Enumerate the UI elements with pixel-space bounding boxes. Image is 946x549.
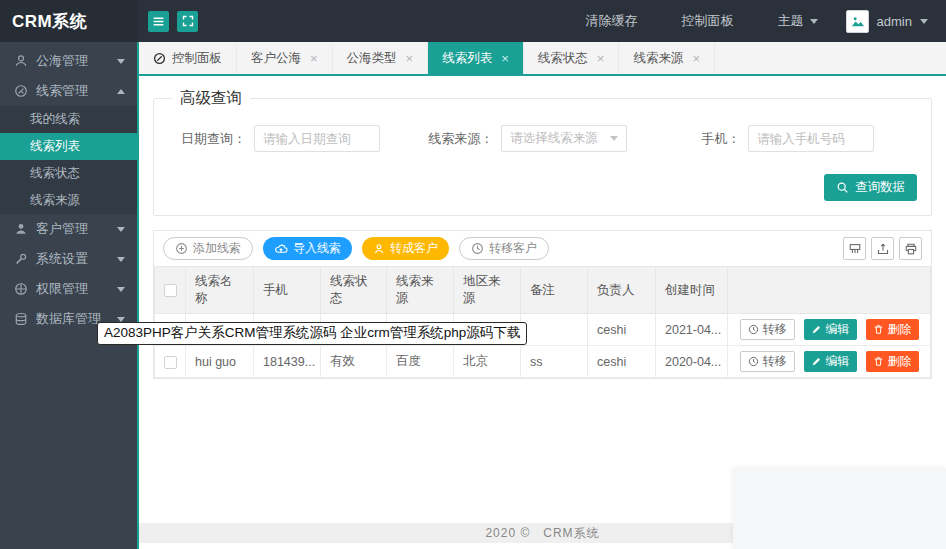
row-transfer-button[interactable]: 转移 [740, 351, 795, 372]
chevron-down-icon [117, 257, 125, 262]
tab-lead-list[interactable]: 线索列表 × [428, 42, 524, 74]
cell-created: 2021-04... [656, 314, 728, 346]
transfer-label: 转移 [763, 321, 787, 338]
date-query-input[interactable] [254, 125, 380, 152]
clock-icon [748, 324, 759, 335]
cell-name: hui guo [186, 346, 254, 378]
plus-circle-icon [175, 242, 188, 255]
user-menu[interactable]: admin [840, 0, 946, 42]
print-icon [904, 242, 918, 256]
transfer-customer-button[interactable]: 转移客户 [459, 237, 549, 260]
subitem-label: 线索来源 [30, 192, 80, 209]
clock-icon [748, 356, 759, 367]
cell-source: 百度 [387, 346, 454, 378]
theme-label: 主题 [778, 12, 804, 30]
close-icon[interactable]: × [597, 52, 605, 65]
delete-label: 删除 [888, 353, 912, 370]
sidebar-subitem-my-leads[interactable]: 我的线索 [0, 106, 137, 133]
tab-label: 线索列表 [442, 50, 492, 67]
theme-dropdown[interactable]: 主题 [756, 0, 840, 42]
user-icon [14, 54, 28, 68]
tab-label: 公海类型 [347, 50, 397, 67]
sidebar-item-label: 客户管理 [36, 220, 88, 238]
sidebar-subitem-lead-status[interactable]: 线索状态 [0, 160, 137, 187]
column-header-region: 地区来源 [454, 267, 521, 314]
close-icon[interactable]: × [406, 52, 414, 65]
chevron-up-icon [117, 89, 125, 94]
transfer-customer-label: 转移客户 [489, 240, 537, 257]
chevron-down-icon [117, 59, 125, 64]
clear-cache-label: 清除缓存 [586, 12, 638, 30]
sidebar-item-label: 权限管理 [36, 280, 88, 298]
select-placeholder: 请选择线索来源 [510, 130, 598, 147]
convert-customer-button[interactable]: 转成客户 [362, 237, 449, 260]
tab-control-panel[interactable]: 控制面板 [139, 42, 237, 74]
add-lead-button[interactable]: 添加线索 [163, 237, 253, 260]
link-tooltip: A2083PHP客户关系CRM管理系统源码 企业crm管理系统php源码下载 [97, 322, 527, 345]
control-panel-label: 控制面板 [682, 12, 734, 30]
close-icon[interactable]: × [692, 52, 700, 65]
sidebar-subitem-lead-list[interactable]: 线索列表 [0, 133, 137, 160]
pencil-icon [811, 324, 822, 335]
tab-label: 客户公海 [251, 50, 301, 67]
print-button[interactable] [899, 237, 922, 260]
row-transfer-button[interactable]: 转移 [740, 319, 795, 340]
row-checkbox[interactable] [164, 356, 177, 369]
filter-columns-button[interactable] [843, 237, 866, 260]
row-edit-button[interactable]: 编辑 [804, 351, 857, 372]
column-header-source: 线索来源 [387, 267, 454, 314]
convert-customer-label: 转成客户 [390, 240, 438, 257]
cell-phone: 181439... [254, 346, 321, 378]
sidebar-item-xiansuo[interactable]: 线索管理 [0, 76, 137, 106]
add-lead-label: 添加线索 [193, 240, 241, 257]
app-logo: CRM系统 [0, 0, 137, 42]
chevron-down-icon [810, 19, 818, 24]
tab-customer-gonghai[interactable]: 客户公海 × [237, 42, 333, 74]
tab-lead-status[interactable]: 线索状态 × [524, 42, 620, 74]
query-button-label: 查询数据 [855, 179, 905, 196]
query-data-button[interactable]: 查询数据 [824, 174, 917, 201]
row-edit-button[interactable]: 编辑 [804, 319, 857, 340]
table-toolbar: 添加线索 导入线索 转成客户 转移客户 [154, 231, 931, 266]
hamburger-icon [152, 15, 165, 28]
row-delete-button[interactable]: 删除 [866, 351, 919, 372]
close-icon[interactable]: × [501, 52, 509, 65]
sidebar-item-quanxian[interactable]: 权限管理 [0, 274, 137, 304]
fullscreen-icon [182, 15, 194, 27]
export-button[interactable] [871, 237, 894, 260]
clear-cache-link[interactable]: 清除缓存 [564, 0, 660, 42]
sidebar-item-xitong[interactable]: 系统设置 [0, 244, 137, 274]
chevron-down-icon [117, 287, 125, 292]
copyright-text: 2020 © CRM系统 [485, 525, 599, 542]
collapse-menu-button[interactable] [148, 11, 169, 32]
row-delete-button[interactable]: 删除 [866, 319, 919, 340]
column-header-note: 备注 [521, 267, 588, 314]
tab-label: 线索状态 [538, 50, 588, 67]
person-icon [373, 243, 385, 255]
subitem-label: 我的线索 [30, 111, 80, 128]
cell-created: 2020-04... [656, 346, 728, 378]
top-header: CRM系统 清除缓存 控制面板 主题 admin [0, 0, 946, 42]
lead-source-select[interactable]: 请选择线索来源 [501, 125, 627, 152]
database-icon [14, 312, 28, 326]
trash-icon [873, 324, 884, 335]
sidebar-item-kehu[interactable]: 客户管理 [0, 214, 137, 244]
sidebar-subitem-lead-source[interactable]: 线索来源 [0, 187, 137, 214]
cell-owner: ceshi [588, 346, 656, 378]
table-header-row: 线索名称 手机 线索状态 线索来源 地区来源 备注 负责人 创建时间 [155, 267, 931, 314]
tab-label: 控制面板 [172, 50, 222, 67]
control-panel-link[interactable]: 控制面板 [660, 0, 756, 42]
date-query-label: 日期查询： [168, 130, 246, 148]
close-icon[interactable]: × [310, 52, 318, 65]
import-lead-button[interactable]: 导入线索 [263, 237, 352, 260]
fullscreen-button[interactable] [177, 11, 198, 32]
cell-owner: ceshi [588, 314, 656, 346]
tab-lead-source[interactable]: 线索来源 × [619, 42, 715, 74]
pencil-icon [811, 356, 822, 367]
lead-source-label: 线索来源： [415, 130, 493, 148]
tab-gonghai-type[interactable]: 公海类型 × [333, 42, 429, 74]
username-label: admin [877, 14, 912, 29]
sidebar-item-gonghai[interactable]: 公海管理 [0, 46, 137, 76]
phone-input[interactable] [748, 125, 874, 152]
select-all-checkbox[interactable] [164, 284, 177, 297]
